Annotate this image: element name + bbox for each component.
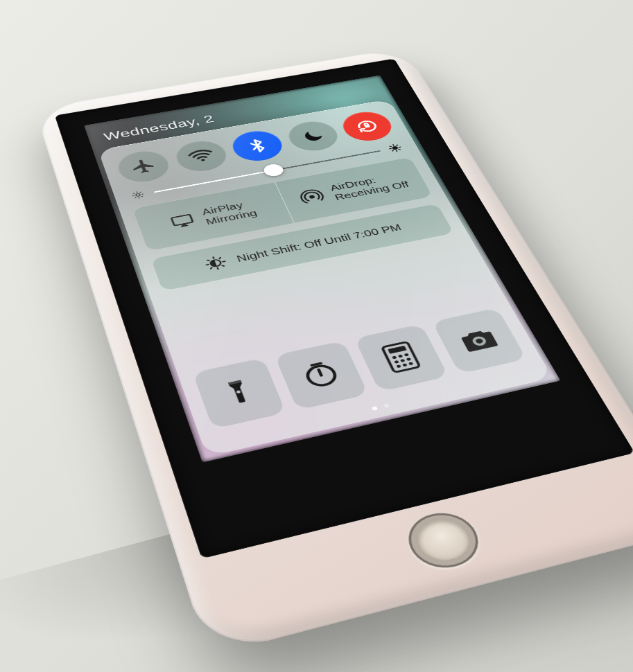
airplane-mode-toggle[interactable] <box>114 148 174 186</box>
svg-point-0 <box>200 159 205 161</box>
svg-line-18 <box>392 150 394 151</box>
airdrop-label: AirDrop: Receiving Off <box>328 170 410 202</box>
brightness-thumb[interactable] <box>262 163 286 177</box>
flashlight-button[interactable] <box>193 357 286 429</box>
airplay-icon <box>168 211 198 231</box>
svg-point-42 <box>396 364 401 368</box>
airdrop-icon <box>297 187 328 206</box>
svg-line-19 <box>397 145 398 145</box>
svg-line-9 <box>135 197 136 198</box>
svg-line-8 <box>141 196 142 197</box>
svg-line-16 <box>390 146 391 147</box>
svg-point-41 <box>406 357 411 361</box>
svg-line-23 <box>214 257 214 258</box>
airplay-label: AirPlay Mirroring <box>200 198 259 227</box>
svg-point-11 <box>392 146 398 150</box>
svg-line-30 <box>219 258 221 259</box>
page-dot-2 <box>383 403 390 408</box>
bluetooth-icon <box>243 137 272 155</box>
bluetooth-toggle[interactable] <box>227 127 288 164</box>
do-not-disturb-toggle[interactable] <box>283 118 344 154</box>
lock-rotation-icon <box>352 117 383 135</box>
svg-rect-20 <box>171 214 193 225</box>
svg-line-26 <box>223 261 225 262</box>
svg-point-32 <box>304 364 338 388</box>
svg-point-40 <box>400 359 405 362</box>
screen: Wednesday, 2 <box>84 75 560 462</box>
svg-point-39 <box>394 360 399 364</box>
svg-line-28 <box>223 265 225 267</box>
brightness-high-icon <box>386 143 404 153</box>
svg-point-21 <box>309 195 316 199</box>
brightness-low-icon <box>130 189 147 200</box>
svg-line-13 <box>397 150 397 151</box>
svg-point-38 <box>404 353 409 357</box>
page-indicator <box>218 371 535 445</box>
svg-line-25 <box>207 265 209 265</box>
photo-scene: Wednesday, 2 <box>0 0 633 672</box>
svg-rect-31 <box>228 380 241 385</box>
app-shortcut-row <box>193 308 527 429</box>
iphone: Wednesday, 2 <box>34 47 633 656</box>
airplane-icon <box>128 157 159 176</box>
svg-line-29 <box>211 267 213 269</box>
flashlight-icon <box>215 375 263 410</box>
calculator-button[interactable] <box>354 324 449 391</box>
svg-line-10 <box>140 192 141 193</box>
svg-point-44 <box>408 362 413 365</box>
svg-rect-35 <box>388 346 407 354</box>
svg-point-37 <box>398 355 403 358</box>
svg-point-43 <box>402 363 407 366</box>
page-dot-1 <box>372 406 379 411</box>
night-shift-icon <box>202 254 229 272</box>
wifi-icon <box>184 145 217 166</box>
rotation-lock-toggle[interactable] <box>337 109 398 144</box>
camera-button[interactable] <box>432 308 527 374</box>
svg-line-7 <box>134 193 135 194</box>
svg-line-12 <box>393 145 394 145</box>
svg-point-46 <box>475 338 484 344</box>
control-center-panel: AirPlay Mirroring AirDrop: Receiving Off <box>98 99 553 457</box>
svg-point-36 <box>392 355 397 359</box>
wifi-toggle[interactable] <box>171 137 231 175</box>
calculator-icon <box>379 339 424 374</box>
svg-point-45 <box>471 335 488 347</box>
svg-line-27 <box>207 260 209 261</box>
moon-icon <box>299 127 327 144</box>
svg-line-17 <box>399 149 400 150</box>
svg-rect-34 <box>382 342 420 372</box>
svg-point-2 <box>136 193 141 196</box>
svg-line-24 <box>218 268 218 269</box>
